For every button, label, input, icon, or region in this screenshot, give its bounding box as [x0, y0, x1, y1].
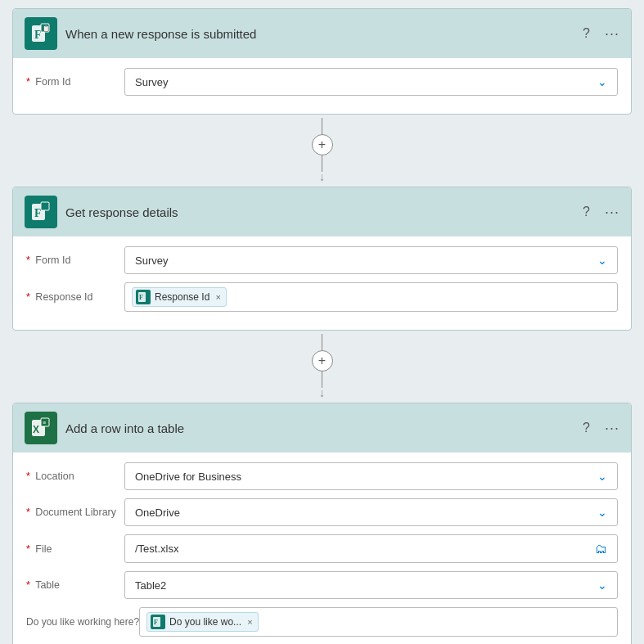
ar-required-doc: *	[26, 507, 30, 518]
get-response-form-id-chevron: ⌄	[597, 254, 607, 267]
response-id-tag-close[interactable]: ×	[215, 292, 220, 302]
trigger-header: F 📋 When a new response is submitted ? ·…	[13, 9, 631, 58]
trigger-form-id-select[interactable]: Survey ⌄	[124, 68, 618, 96]
trigger-form-id-value: Survey	[135, 76, 168, 88]
do-you-like-tagbox[interactable]: F Do you like wo... ×	[139, 607, 618, 637]
connector-1-line2	[322, 155, 322, 172]
trigger-required-star: *	[26, 76, 30, 88]
get-response-form-id-value: Survey	[135, 254, 168, 267]
do-you-like-tag-icon: F	[151, 615, 165, 629]
add-row-location-select[interactable]: OneDrive for Business ⌄	[124, 462, 618, 490]
add-row-file-label: * File	[26, 543, 124, 555]
add-row-location-control: OneDrive for Business ⌄	[124, 462, 618, 490]
svg-text:F: F	[139, 294, 143, 301]
get-response-form-id-row: * Form Id Survey ⌄	[26, 246, 618, 274]
trigger-title: When a new response is submitted	[65, 27, 574, 41]
connector-2-line	[322, 334, 322, 350]
get-response-more-icon[interactable]: ···	[605, 204, 619, 221]
add-row-do-you-like-label: Do you like working here?	[26, 616, 139, 628]
add-row-table-chevron: ⌄	[597, 579, 607, 592]
svg-text:F: F	[154, 619, 158, 626]
add-row-table-row: * Table Table2 ⌄	[26, 571, 618, 599]
add-row-file-control: /Test.xlsx 🗂	[124, 534, 618, 563]
add-row-body: * Location OneDrive for Business ⌄ * Doc…	[13, 453, 631, 644]
add-row-location-value: OneDrive for Business	[135, 471, 241, 483]
get-response-response-id-control: F Response Id ×	[124, 282, 618, 312]
trigger-form-id-row: * Form Id Survey ⌄	[26, 68, 618, 96]
forms-icon-get-response: F	[25, 196, 57, 228]
get-response-form-id-control: Survey ⌄	[124, 246, 618, 274]
get-response-form-id-label: * Form Id	[26, 254, 124, 266]
response-id-tag: F Response Id ×	[132, 287, 227, 307]
add-row-doclibrary-control: OneDrive ⌄	[124, 498, 618, 526]
response-id-tag-text: Response Id	[155, 291, 209, 303]
add-row-table-label: * Table	[26, 579, 124, 591]
add-row-help-icon[interactable]: ?	[583, 421, 590, 435]
add-row-table-select[interactable]: Table2 ⌄	[124, 571, 618, 599]
get-response-help-icon[interactable]: ?	[583, 205, 590, 219]
connector-2-arrow: ↓	[319, 386, 325, 399]
add-row-location-chevron: ⌄	[597, 470, 607, 483]
add-row-do-you-like-row: Do you like working here? F Do you like …	[26, 607, 618, 637]
get-response-body: * Form Id Survey ⌄ * Response Id	[13, 236, 631, 330]
get-response-form-id-select[interactable]: Survey ⌄	[124, 246, 618, 274]
trigger-body: * Form Id Survey ⌄	[13, 58, 631, 114]
add-row-file-value: /Test.xlsx	[135, 543, 178, 555]
get-response-response-id-row: * Response Id F Response Id ×	[26, 282, 618, 312]
svg-text:📋: 📋	[43, 25, 50, 32]
add-row-header: X ≡ Add a row into a table ? ···	[13, 403, 631, 453]
forms-icon-trigger: F 📋	[25, 17, 57, 50]
add-row-location-label: * Location	[26, 471, 124, 482]
add-row-doclibrary-value: OneDrive	[135, 507, 180, 519]
connector-1-plus[interactable]: +	[312, 134, 333, 155]
trigger-form-id-control: Survey ⌄	[124, 68, 618, 96]
svg-rect-6	[41, 202, 49, 210]
add-row-doclibrary-select[interactable]: OneDrive ⌄	[124, 498, 618, 526]
trigger-form-id-chevron: ⌄	[597, 75, 607, 88]
ar-required-table: *	[26, 579, 30, 591]
ar-required-file: *	[26, 543, 30, 555]
do-you-like-tag: F Do you like wo... ×	[146, 612, 258, 632]
connector-2: + ↓	[12, 334, 632, 399]
add-row-file-input[interactable]: /Test.xlsx 🗂	[124, 534, 618, 563]
get-response-response-id-tagbox[interactable]: F Response Id ×	[124, 282, 618, 312]
add-row-title: Add a row into a table	[65, 421, 574, 435]
svg-text:F: F	[34, 29, 42, 41]
add-row-table-value: Table2	[135, 579, 166, 592]
connector-2-plus[interactable]: +	[312, 350, 333, 372]
connector-1-line	[322, 118, 322, 134]
trigger-card: F 📋 When a new response is submitted ? ·…	[12, 8, 632, 115]
add-row-more-icon[interactable]: ···	[605, 420, 619, 437]
get-response-title: Get response details	[65, 205, 574, 219]
gr-required-star1: *	[26, 254, 30, 266]
add-row-doclibrary-chevron: ⌄	[597, 506, 607, 519]
add-row-doclibrary-label: * Document Library	[26, 507, 124, 518]
add-row-file-row: * File /Test.xlsx 🗂	[26, 534, 618, 563]
trigger-form-id-label: * Form Id	[26, 76, 124, 88]
get-response-card: F Get response details ? ··· * Form Id S…	[12, 187, 632, 331]
folder-icon: 🗂	[595, 542, 607, 556]
connector-1-arrow: ↓	[319, 170, 325, 183]
add-row-do-you-like-control: F Do you like wo... ×	[139, 607, 618, 637]
connector-2-line2	[322, 372, 322, 388]
do-you-like-tag-close[interactable]: ×	[247, 617, 252, 627]
trigger-more-icon[interactable]: ···	[605, 25, 619, 43]
add-row-card: X ≡ Add a row into a table ? ··· * Locat…	[12, 403, 632, 644]
add-row-table-control: Table2 ⌄	[124, 571, 618, 599]
ar-required-loc: *	[26, 471, 30, 482]
gr-required-star2: *	[26, 291, 30, 303]
svg-text:X: X	[33, 424, 39, 435]
connector-1: + ↓	[12, 118, 632, 183]
add-row-location-row: * Location OneDrive for Business ⌄	[26, 462, 618, 490]
get-response-response-id-label: * Response Id	[26, 291, 124, 303]
svg-text:≡: ≡	[43, 420, 46, 426]
excel-icon-add-row: X ≡	[25, 412, 57, 444]
svg-text:F: F	[34, 207, 42, 219]
response-id-tag-icon: F	[136, 290, 151, 304]
trigger-help-icon[interactable]: ?	[583, 26, 590, 41]
add-row-doclibrary-row: * Document Library OneDrive ⌄	[26, 498, 618, 526]
do-you-like-tag-text: Do you like wo...	[169, 616, 241, 628]
get-response-header: F Get response details ? ···	[13, 187, 631, 236]
